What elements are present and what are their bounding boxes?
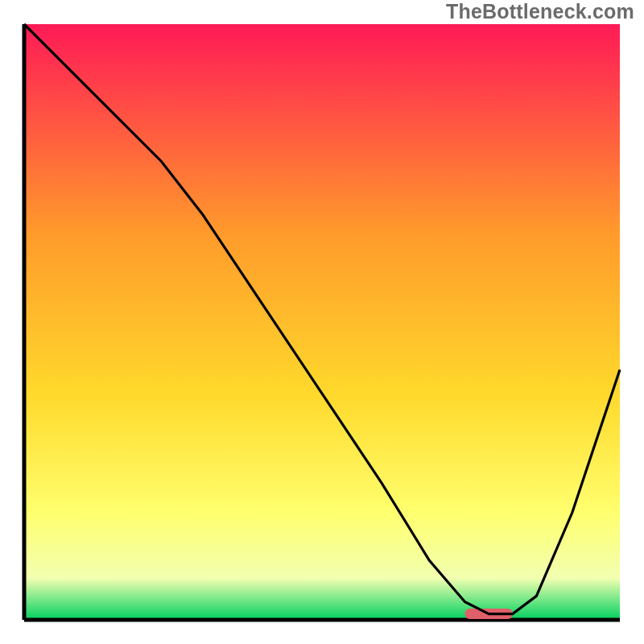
bottleneck-chart [0,0,644,644]
chart-container: TheBottleneck.com [0,0,644,644]
